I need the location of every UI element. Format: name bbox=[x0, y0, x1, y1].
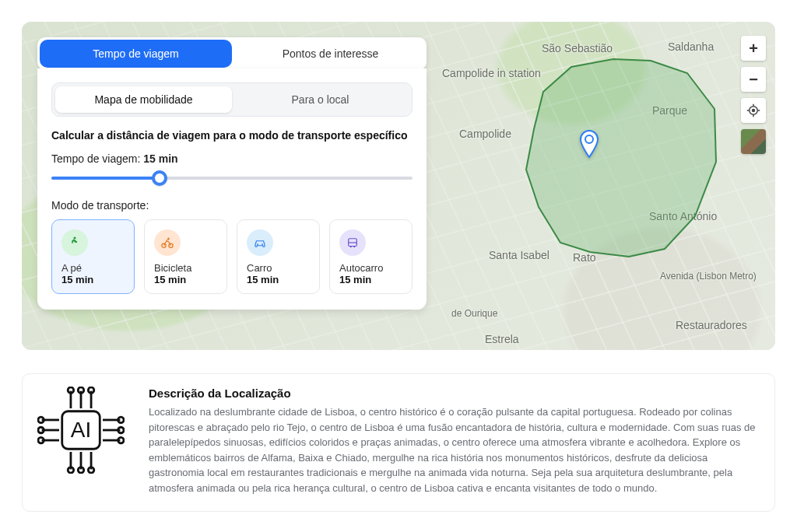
svg-point-28 bbox=[78, 467, 83, 473]
svg-point-34 bbox=[38, 427, 44, 432]
tab-poi[interactable]: Pontos de interesse bbox=[234, 37, 427, 70]
mode-value: 15 min bbox=[339, 274, 402, 285]
zoom-in-button[interactable]: + bbox=[741, 36, 766, 61]
travel-time-label: Tempo de viagem: 15 min bbox=[51, 152, 413, 165]
svg-point-40 bbox=[118, 427, 124, 432]
svg-point-22 bbox=[78, 387, 83, 393]
svg-point-36 bbox=[38, 437, 44, 443]
tab-mobility-map[interactable]: Mapa de mobilidade bbox=[55, 86, 232, 113]
svg-point-24 bbox=[88, 387, 93, 393]
panel-body: Mapa de mobilidade Para o local Calcular… bbox=[37, 68, 427, 310]
svg-point-38 bbox=[118, 417, 124, 422]
mode-value: 15 min bbox=[154, 274, 217, 285]
svg-point-26 bbox=[68, 467, 73, 473]
svg-point-11 bbox=[257, 243, 258, 245]
panel-subtitle: Calcular a distância de viagem para o mo… bbox=[51, 129, 413, 142]
ai-text: Descrição da Localização Localizado na d… bbox=[149, 387, 757, 495]
walk-icon bbox=[61, 229, 88, 256]
page-card: Campolide in stationSão SebastiãoSaldanh… bbox=[22, 22, 775, 512]
mode-label: Autocarro bbox=[339, 262, 402, 274]
travel-panel: Tempo de viagem Pontos de interesse Mapa… bbox=[37, 37, 427, 310]
mode-label: Carro bbox=[247, 262, 310, 274]
map-pin-icon bbox=[578, 129, 600, 159]
map-place-label: Restauradores bbox=[676, 319, 747, 331]
mode-label: A pé bbox=[61, 262, 125, 274]
svg-point-32 bbox=[38, 417, 44, 422]
ai-title: Descrição da Localização bbox=[149, 387, 757, 400]
svg-point-7 bbox=[74, 237, 76, 240]
map-place-label: Saldanha bbox=[668, 40, 714, 53]
travel-time-text: Tempo de viagem: bbox=[51, 152, 140, 165]
tabs-secondary: Mapa de mobilidade Para o local bbox=[51, 82, 413, 117]
svg-point-30 bbox=[88, 467, 93, 473]
bike-icon bbox=[154, 229, 181, 256]
travel-time-value: 15 min bbox=[143, 152, 177, 165]
mode-label: Modo de transporte: bbox=[51, 199, 413, 212]
tab-travel-time[interactable]: Tempo de viagem bbox=[40, 40, 232, 68]
slider-thumb[interactable] bbox=[152, 170, 167, 186]
svg-point-16 bbox=[353, 246, 355, 247]
mode-value: 15 min bbox=[61, 274, 125, 285]
map-place-label: Campolide bbox=[459, 128, 511, 140]
map-place-label: de Ourique bbox=[451, 308, 497, 319]
slider-fill bbox=[51, 177, 160, 180]
travel-time-slider[interactable] bbox=[51, 171, 413, 185]
mode-car[interactable]: Carro15 min bbox=[237, 219, 320, 294]
ai-body: Localizado na deslumbrante cidade de Lis… bbox=[149, 404, 757, 495]
map[interactable]: Campolide in stationSão SebastiãoSaldanh… bbox=[22, 22, 775, 350]
mode-value: 15 min bbox=[247, 274, 310, 285]
svg-text:AI: AI bbox=[71, 418, 91, 442]
tab-to-place[interactable]: Para o local bbox=[232, 86, 409, 113]
map-place-label: Avenida (Lisbon Metro) bbox=[660, 271, 757, 282]
mode-bike[interactable]: Bicicleta15 min bbox=[144, 219, 227, 294]
isochrone-zone bbox=[520, 53, 722, 263]
zoom-out-button[interactable]: − bbox=[741, 67, 766, 92]
svg-point-10 bbox=[167, 238, 169, 240]
ai-chip-icon: AI bbox=[37, 387, 125, 474]
mode-bus[interactable]: Autocarro15 min bbox=[329, 219, 413, 294]
locate-button[interactable] bbox=[741, 98, 766, 123]
ai-description-box: AI Descrição da Localização Localizado n… bbox=[22, 373, 775, 512]
mode-label: Bicicleta bbox=[154, 262, 217, 274]
car-icon bbox=[247, 229, 273, 256]
svg-point-42 bbox=[118, 437, 124, 443]
mode-walk[interactable]: A pé15 min bbox=[51, 219, 135, 294]
svg-point-12 bbox=[262, 243, 263, 245]
map-controls: + − bbox=[741, 36, 766, 154]
tabs-primary: Tempo de viagem Pontos de interesse bbox=[37, 37, 427, 70]
map-place-label: Estrela bbox=[485, 333, 519, 345]
basemap-button[interactable] bbox=[741, 129, 766, 154]
bus-icon bbox=[339, 229, 366, 256]
svg-point-15 bbox=[350, 246, 352, 247]
svg-point-20 bbox=[68, 387, 73, 393]
transport-modes: A pé15 minBicicleta15 minCarro15 minAuto… bbox=[51, 219, 413, 294]
svg-point-2 bbox=[753, 110, 755, 112]
